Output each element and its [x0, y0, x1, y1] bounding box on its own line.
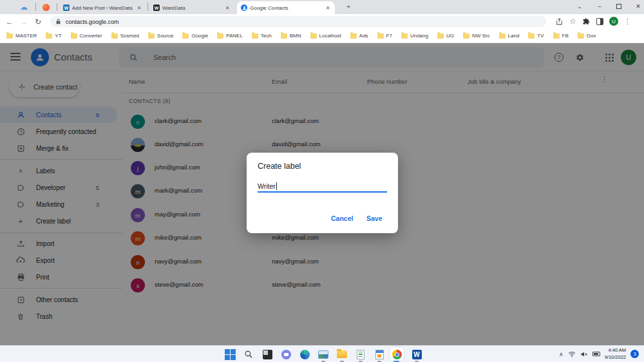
bookmark-item[interactable]: Undang: [401, 33, 428, 39]
extensions-puzzle-icon[interactable]: [582, 17, 591, 26]
taskbar-notepad-icon[interactable]: [354, 348, 367, 361]
tab-title: Google Contacts: [250, 5, 322, 11]
browser-toolbar: ← → ↻ contacts.google.com ☆ U ⋮: [0, 14, 644, 29]
forward-icon[interactable]: →: [17, 17, 31, 26]
flame-icon: [43, 4, 50, 11]
bookmark-star-icon[interactable]: ☆: [569, 17, 576, 26]
dialog-title: Create label: [258, 162, 301, 171]
bookmark-item[interactable]: Gov: [578, 33, 596, 39]
tab-waredata[interactable]: W WareData ✕: [149, 1, 234, 14]
battery-icon[interactable]: [592, 352, 600, 356]
taskbar-edge-icon[interactable]: [298, 348, 311, 361]
folder-icon: [463, 33, 469, 39]
refresh-icon[interactable]: ↻: [31, 17, 45, 26]
folder-icon: [437, 33, 444, 39]
notification-badge[interactable]: 3: [630, 350, 639, 358]
folder-icon: [182, 33, 189, 39]
bookmark-item[interactable]: Ads: [350, 33, 368, 39]
bookmark-item[interactable]: UG: [437, 33, 454, 39]
save-button[interactable]: Save: [366, 214, 383, 222]
start-button[interactable]: [223, 348, 236, 361]
tab-title: Add New Post ‹ WareData — Wo: [72, 5, 133, 11]
create-label-dialog: Create label Writer Cancel Save: [247, 153, 398, 233]
contacts-app: Contacts Search ? U Create contact: [0, 43, 644, 345]
taskbar-chrome-icon[interactable]: [390, 348, 403, 361]
taskbar-search-icon[interactable]: [242, 348, 255, 361]
text-caret: [276, 182, 277, 190]
taskbar-teams-chat-icon[interactable]: [279, 348, 292, 361]
close-tab-icon[interactable]: ✕: [136, 5, 142, 11]
folder-icon: [281, 33, 287, 39]
bookmark-item[interactable]: Source: [148, 33, 173, 39]
input-value: Writer: [258, 182, 276, 190]
taskbar-calendar-app-icon[interactable]: [373, 348, 386, 361]
bookmark-item[interactable]: PANEL: [217, 33, 243, 39]
side-panel-icon[interactable]: [596, 18, 603, 25]
bookmark-item[interactable]: BMN: [281, 33, 301, 39]
share-icon[interactable]: [555, 17, 564, 26]
folder-icon: [46, 33, 52, 39]
browser-menu-icon[interactable]: ⋮: [624, 17, 631, 26]
maximize-window-button[interactable]: [609, 0, 629, 13]
tab-google-contacts[interactable]: Google Contacts ✕: [237, 1, 335, 14]
wordpress-favicon: W: [63, 5, 70, 11]
bookmark-item[interactable]: YT: [46, 33, 61, 39]
back-icon[interactable]: ←: [3, 17, 17, 26]
folder-icon: [350, 33, 357, 39]
bookmark-item[interactable]: Land: [499, 33, 520, 39]
close-tab-icon[interactable]: ✕: [224, 5, 231, 11]
folder-icon: [578, 33, 584, 39]
folder-icon: [148, 33, 155, 39]
windows-taskbar: W ∧ 4:40 AM9/10/2022 3: [0, 345, 644, 362]
bookmark-item[interactable]: Tech: [252, 33, 272, 39]
close-window-button[interactable]: ✕: [629, 0, 644, 13]
address-bar[interactable]: contacts.google.com: [50, 16, 546, 27]
taskbar-file-explorer-icon[interactable]: [336, 348, 348, 361]
folder-icon: [499, 33, 506, 39]
clock-date[interactable]: 4:40 AM9/10/2022: [605, 347, 626, 361]
new-tab-button[interactable]: ＋: [339, 0, 358, 13]
tab-separator: [147, 3, 148, 11]
taskbar-app-dark-icon[interactable]: [261, 348, 274, 361]
bookmark-item[interactable]: Localhost: [310, 33, 341, 39]
volume-muted-icon[interactable]: [580, 351, 588, 357]
bookmark-item[interactable]: Converter: [71, 33, 102, 39]
folder-icon: [6, 33, 13, 39]
google-contacts-favicon: [241, 5, 247, 11]
bookmark-item[interactable]: Google: [182, 33, 208, 39]
folder-icon: [71, 33, 77, 39]
tab-search-chevron-icon[interactable]: ⌄: [570, 0, 589, 13]
taskbar-media-icon[interactable]: [317, 348, 330, 361]
folder-icon: [111, 33, 118, 39]
lock-icon: [55, 19, 61, 24]
taskbar-word-icon[interactable]: W: [410, 348, 423, 361]
tab-add-new-post[interactable]: W Add New Post ‹ WareData — Wo ✕: [59, 1, 146, 14]
folder-icon: [252, 33, 258, 39]
bookmark-item[interactable]: FB: [553, 33, 569, 39]
browser-profile-avatar[interactable]: U: [609, 17, 618, 26]
wifi-icon[interactable]: [568, 351, 576, 357]
tab-title: WareData: [162, 5, 222, 11]
pinned-tab-flame[interactable]: [36, 0, 55, 14]
url-text: contacts.google.com: [66, 19, 119, 25]
cloud-icon: ☁: [20, 3, 28, 12]
close-tab-icon[interactable]: ✕: [325, 5, 331, 11]
bookmark-item[interactable]: NW Src: [463, 33, 490, 39]
waredata-favicon: W: [153, 5, 160, 11]
label-name-input[interactable]: Writer: [258, 181, 387, 193]
cancel-button[interactable]: Cancel: [331, 214, 353, 222]
bookmark-item[interactable]: Sosmed: [111, 33, 139, 39]
bookmark-item[interactable]: F7: [377, 33, 392, 39]
bookmark-item[interactable]: MASTER: [6, 33, 37, 39]
folder-icon: [401, 33, 408, 39]
bookmarks-bar: MASTER YT Converter Sosmed Source Google…: [0, 29, 644, 43]
folder-icon: [553, 33, 560, 39]
tab-separator: [57, 3, 57, 11]
tray-chevron-up-icon[interactable]: ∧: [559, 351, 564, 357]
folder-icon: [528, 33, 535, 39]
folder-icon: [377, 33, 384, 39]
pinned-tab-cloud[interactable]: ☁: [14, 0, 33, 14]
minimize-window-button[interactable]: –: [590, 0, 609, 13]
bookmark-item[interactable]: TV: [528, 33, 544, 39]
browser-tab-strip: ☁ W Add New Post ‹ WareData — Wo ✕ W War…: [0, 0, 644, 14]
